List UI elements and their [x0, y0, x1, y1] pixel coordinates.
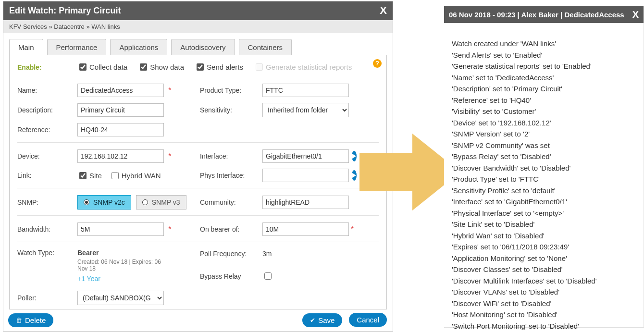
required-icon: *	[168, 151, 171, 160]
breadcrumb-item[interactable]: Datacentre	[54, 23, 85, 30]
poller-label: Poller:	[17, 294, 77, 302]
main-panel: ? Enable: Collect data Show data Send al…	[9, 55, 387, 309]
watch-type-label: Watch Type:	[17, 249, 77, 257]
community-label: Community:	[200, 198, 262, 206]
watch-type-meta: Created: 06 Nov 18 | Expires: 06 Nov 18	[77, 259, 171, 272]
link-hybrid-checkbox[interactable]: Hybrid WAN	[110, 171, 161, 181]
link-site-checkbox[interactable]: Site	[77, 171, 102, 181]
save-button[interactable]: ✔ Save	[302, 313, 342, 327]
watch-type-value: Bearer	[77, 249, 171, 257]
breadcrumb: KFV Services » Datacentre » WAN links	[3, 20, 393, 33]
trash-icon: 🗑	[16, 317, 22, 324]
audit-line: 'SNMP v2 Community' was set	[452, 140, 636, 151]
audit-line: 'Send Alerts' set to 'Enabled'	[452, 50, 636, 61]
device-label: Device:	[17, 152, 77, 160]
audit-body: Watch created under 'WAN links''Send Ale…	[444, 23, 644, 333]
description-input[interactable]	[77, 103, 164, 117]
audit-line: 'Site Link' set to 'Disabled'	[452, 219, 636, 230]
audit-line: 'Interface' set to 'GigabitEthernet0/1'	[452, 197, 636, 208]
name-label: Name:	[17, 86, 77, 94]
delete-button[interactable]: 🗑 Delete	[8, 313, 53, 327]
audit-line: 'SNMP Version' set to '2'	[452, 129, 636, 140]
titlebar: Edit Watch: Primary Circuit X	[3, 1, 393, 20]
tab-performance[interactable]: Performance	[47, 39, 107, 55]
tab-containers[interactable]: Containers	[239, 39, 292, 55]
edit-watch-window: Edit Watch: Primary Circuit X KFV Servic…	[3, 1, 393, 332]
plus-one-year-button[interactable]: +1 Year	[77, 275, 171, 283]
breadcrumb-item[interactable]: KFV Services	[9, 23, 47, 30]
bandwidth-label: Bandwidth:	[17, 225, 77, 233]
audit-title: 06 Nov 2018 - 09:23 | Alex Baker | Dedic…	[449, 11, 624, 19]
check-icon: ✔	[310, 317, 315, 324]
audit-line: 'Sensitivity Profile' set to 'default'	[452, 185, 636, 197]
snmp-v3-toggle[interactable]: SNMP v3	[136, 195, 186, 210]
close-icon[interactable]: X	[629, 10, 639, 19]
close-icon[interactable]: X	[380, 5, 387, 16]
tab-autodiscovery[interactable]: Autodiscovery	[171, 39, 235, 55]
on-bearer-label: On bearer of:	[200, 225, 262, 233]
bandwidth-input[interactable]	[77, 222, 164, 236]
audit-line: 'Discover Bandwidth' set to 'Disabled'	[452, 163, 636, 174]
required-icon: *	[168, 224, 171, 233]
audit-line: 'Physical Interface' set to '<empty>'	[452, 208, 636, 219]
audit-line: 'Application Monitoring' set to 'None'	[452, 253, 636, 264]
bypass-relay-checkbox[interactable]	[264, 272, 272, 280]
audit-line: 'Host Monitoring' set to 'Disabled'	[452, 309, 636, 321]
phys-interface-label: Phys Interface:	[200, 172, 262, 179]
poll-frequency-label: Poll Frequency:	[200, 249, 262, 258]
reference-input[interactable]	[77, 123, 164, 136]
footer: 🗑 Delete ✔ Save Cancel	[8, 313, 387, 327]
phys-interface-discover-button[interactable]	[352, 170, 357, 181]
snmp-label: SNMP:	[17, 198, 77, 206]
radio-icon	[142, 199, 148, 205]
link-label: Link:	[17, 172, 77, 179]
required-icon: *	[168, 86, 171, 94]
audit-line: 'Visibility' set to 'Customer'	[452, 106, 636, 117]
audit-line: 'Name' set to 'DedicatedAccess'	[452, 73, 636, 84]
breadcrumb-item[interactable]: WAN links	[91, 23, 120, 30]
audit-line: 'Generate statistical reports' set to 'E…	[452, 61, 636, 72]
audit-header: 06 Nov 2018 - 09:23 | Alex Baker | Dedic…	[444, 6, 644, 23]
name-input[interactable]	[77, 84, 164, 97]
audit-line: 'Bypass Relay' set to 'Disabled'	[452, 151, 636, 162]
product-type-input[interactable]	[262, 84, 349, 97]
send-alerts-checkbox[interactable]: Send alerts	[195, 62, 243, 72]
description-label: Description:	[17, 106, 77, 114]
audit-line: 'Reference' set to 'HQ40'	[452, 95, 636, 106]
interface-input[interactable]	[262, 149, 349, 163]
collect-data-checkbox[interactable]: Collect data	[77, 62, 127, 72]
audit-line: 'Description' set to 'Primary Circuit'	[452, 84, 636, 95]
interface-label: Interface:	[200, 152, 262, 160]
radio-icon	[84, 199, 89, 205]
sensitivity-label: Sensitivity:	[200, 106, 262, 114]
community-input[interactable]	[262, 196, 349, 209]
product-type-label: Product Type:	[200, 86, 262, 94]
audit-panel: 06 Nov 2018 - 09:23 | Alex Baker | Dedic…	[444, 6, 644, 328]
cancel-button[interactable]: Cancel	[349, 313, 387, 327]
tab-main[interactable]: Main	[9, 39, 43, 55]
enable-label: Enable:	[17, 63, 77, 71]
on-bearer-input[interactable]	[262, 222, 349, 236]
sensitivity-select[interactable]: Inherited from folder	[262, 103, 349, 117]
poll-frequency-value: 3m	[262, 250, 272, 258]
audit-line: 'Switch Port Monitoring' set to 'Disable…	[452, 321, 636, 332]
audit-line: 'Product Type' set to 'FTTC'	[452, 174, 636, 185]
required-icon: *	[351, 224, 354, 233]
audit-line: 'Discover Classes' set to 'Disabled'	[452, 264, 636, 275]
show-data-checkbox[interactable]: Show data	[138, 62, 184, 72]
audit-line: 'Discover WiFi' set to 'Disabled'	[452, 298, 636, 309]
snmp-v2c-toggle[interactable]: SNMP v2c	[77, 195, 131, 210]
audit-line: 'Discover Multilink Interfaces' set to '…	[452, 276, 636, 287]
window-title: Edit Watch: Primary Circuit	[9, 6, 121, 16]
interface-discover-button[interactable]	[352, 151, 357, 161]
tabs: Main Performance Applications Autodiscov…	[3, 33, 393, 55]
audit-line: 'Discover VLANs' set to 'Disabled'	[452, 287, 636, 298]
tab-applications[interactable]: Applications	[110, 39, 167, 55]
phys-interface-input[interactable]	[262, 169, 349, 182]
help-icon[interactable]: ?	[373, 59, 382, 68]
poller-select[interactable]: (Default) SANDBOX(G	[77, 291, 164, 305]
generate-stats-checkbox: Generate statistical reports	[254, 62, 352, 72]
device-input[interactable]	[77, 149, 164, 163]
audit-line: Watch created under 'WAN links'	[452, 38, 636, 49]
reference-label: Reference:	[17, 126, 77, 134]
